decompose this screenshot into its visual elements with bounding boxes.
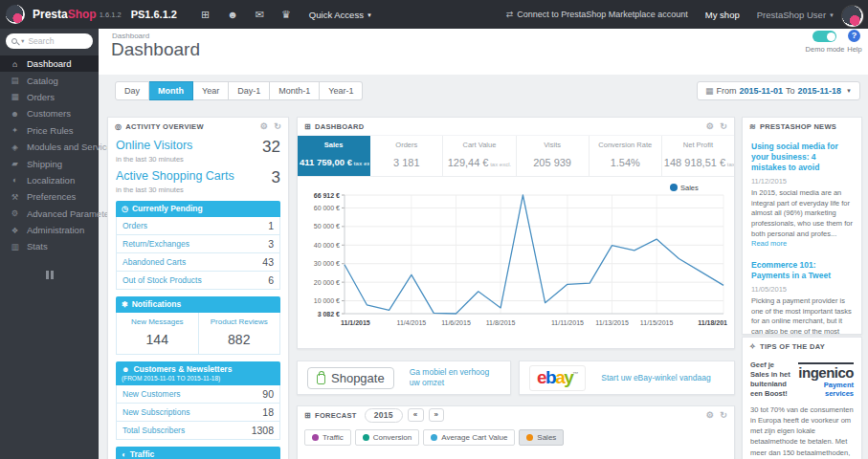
kpi-orders[interactable]: Orders3 181: [370, 136, 443, 176]
kpi-conversion-rate[interactable]: Conversion Rate1.54%: [590, 136, 662, 176]
cart-icon[interactable]: ⊞: [201, 9, 210, 21]
forecast-legend-sales[interactable]: Sales: [519, 429, 564, 446]
forecast-legend-average-cart-value[interactable]: Average Cart Value: [423, 429, 515, 446]
forecast-year[interactable]: 2015: [365, 408, 403, 423]
pending-row-abandoned-carts: Abandoned Carts43: [116, 253, 280, 272]
product-reviews-value: 882: [201, 332, 278, 347]
mail-icon[interactable]: ✉: [256, 9, 264, 21]
sidebar-item-price-rules[interactable]: ✦Price Rules: [0, 122, 99, 139]
link-new-subscriptions[interactable]: New Subscriptions: [122, 407, 189, 417]
activity-panel-header: ◎ ACTIVITY OVERVIEW ⚙↻: [108, 118, 288, 135]
rss-icon: ≋: [749, 122, 756, 131]
sidebar-item-preferences[interactable]: ⚒Preferences: [0, 188, 99, 205]
date-range-picker[interactable]: ▦ From 2015-11-01 To 2015-11-18 ▼: [697, 81, 860, 100]
shopgate-link[interactable]: Ga mobiel en verhoog uw omzet: [410, 367, 501, 387]
svg-text:11/8/2015: 11/8/2015: [486, 319, 516, 326]
sidebar-collapse-icon[interactable]: [45, 271, 55, 279]
kpi-visits[interactable]: Visits205 939: [517, 136, 590, 176]
link-total-subscribers[interactable]: Total Subscribers: [122, 426, 185, 435]
svg-text:60 000 €: 60 000 €: [314, 205, 340, 211]
sidebar-item-advanced-parameters[interactable]: ⚙Advanced Parameters: [0, 206, 99, 222]
page-title: Dashboard: [111, 39, 200, 60]
customers-date-range: (FROM 2015-11-01 TO 2015-11-18): [122, 375, 275, 382]
link-out-of-stock-products[interactable]: Out of Stock Products: [122, 275, 202, 285]
calendar-icon: ▦: [705, 86, 714, 96]
sidebar-item-administration[interactable]: ❖Administration: [0, 222, 99, 238]
sidebar-item-modules-and-services[interactable]: ◈Modules and Services: [0, 139, 99, 155]
brand-presta: Presta: [33, 8, 68, 21]
svg-text:11/15/2015: 11/15/2015: [640, 319, 674, 326]
orders-value: 1: [268, 220, 274, 231]
refresh-icon[interactable]: ↻: [720, 410, 727, 420]
sidebar-item-label: Dashboard: [27, 58, 71, 69]
news-article-title[interactable]: Using social media for your business: 4 …: [751, 142, 853, 173]
kpi-net-profit[interactable]: Net Profit148 918,51 € tax excl.: [662, 136, 734, 176]
online-visitors-metric[interactable]: Online Visitors 32: [116, 139, 280, 155]
customers-newsletters-header: ☻Customers & Newsletters(FROM 2015-11-01…: [116, 361, 280, 385]
kpi-cart-value[interactable]: Cart Value129,44 € tax excl.: [443, 136, 516, 176]
preferences-icon: ⚒: [10, 192, 20, 202]
range-button-day-1[interactable]: Day-1: [229, 81, 270, 100]
sidebar-item-catalog[interactable]: ▤Catalog: [0, 72, 99, 88]
currently-pending-header: ◷Currently Pending: [116, 201, 280, 217]
kpi-sales[interactable]: Sales411 759,00 € tax excl.: [298, 136, 370, 176]
chevron-down-icon: ▼: [829, 12, 835, 18]
user-menu[interactable]: PrestaShop User▼: [757, 10, 835, 20]
news-article-excerpt: Picking a payment provider is one of the…: [751, 296, 853, 335]
help-button[interactable]: ?: [848, 30, 860, 42]
svg-text:Sales: Sales: [680, 184, 699, 192]
online-visitors-value: 32: [262, 139, 280, 155]
link-return-exchanges[interactable]: Return/Exchanges: [122, 239, 189, 249]
news-article-title[interactable]: Ecommerce 101: Payments in a Tweet: [751, 260, 853, 281]
modules-and-services-icon: ◈: [10, 142, 20, 152]
link-new-customers[interactable]: New Customers: [122, 389, 180, 399]
range-button-day[interactable]: Day: [115, 81, 149, 100]
quick-access-menu[interactable]: Quick Access▼: [309, 10, 372, 20]
marketplace-link[interactable]: ⇄Connect to PrestaShop Marketplace accou…: [506, 10, 688, 19]
range-button-month-1[interactable]: Month-1: [270, 81, 320, 100]
refresh-icon[interactable]: ↻: [274, 121, 281, 131]
sidebar-item-localization[interactable]: ◐Localization: [0, 172, 99, 188]
link-new-messages[interactable]: New Messages: [119, 317, 196, 326]
legend-label: Sales: [537, 433, 556, 442]
brand-version: 1.6.1.2: [100, 11, 122, 19]
range-button-year-1[interactable]: Year-1: [320, 81, 363, 100]
forecast-next-button[interactable]: »: [429, 408, 445, 423]
search-scope-caret-icon[interactable]: ▼: [20, 38, 25, 44]
forecast-legend-traffic[interactable]: Traffic: [304, 429, 351, 446]
sidebar-item-customers[interactable]: ☻Customers: [0, 105, 99, 121]
customers-icon[interactable]: ☻: [227, 9, 238, 21]
gear-icon[interactable]: ⚙: [706, 410, 714, 420]
forecast-prev-button[interactable]: «: [408, 408, 424, 423]
kpi-label: Sales: [300, 141, 367, 149]
active-carts-metric[interactable]: Active Shopping Carts 3: [116, 169, 280, 186]
ebay-link[interactable]: Start uw eBay-winkel vandaag: [601, 373, 710, 383]
kpi-note: tax excl.: [352, 161, 370, 166]
news-article: Ecommerce 101: Payments in a Tweet11/05/…: [751, 260, 853, 335]
gear-icon[interactable]: ⚙: [260, 121, 268, 131]
link-abandoned-carts[interactable]: Abandoned Carts: [122, 257, 186, 267]
ebay-logo[interactable]: ebay™: [529, 365, 586, 391]
read-more-link[interactable]: Read more: [751, 239, 787, 248]
range-button-year[interactable]: Year: [193, 81, 229, 100]
sidebar-item-orders[interactable]: ▦Orders: [0, 89, 99, 105]
sidebar-search[interactable]: ▼: [6, 33, 93, 49]
gear-icon[interactable]: ⚙: [706, 121, 714, 131]
search-input[interactable]: [28, 36, 76, 46]
dashboard-panel: ⊞ DASHBOARD ⚙↻ Sales411 759,00 € tax exc…: [297, 117, 735, 349]
link-product-reviews[interactable]: Product Reviews: [201, 317, 278, 326]
demo-mode-toggle[interactable]: [812, 31, 836, 42]
trophy-icon[interactable]: ♛: [281, 9, 291, 21]
shopgate-logo[interactable]: Shopgate: [307, 367, 394, 389]
forecast-legend-conversion[interactable]: Conversion: [355, 429, 419, 446]
link-orders[interactable]: Orders: [122, 221, 147, 230]
my-shop-link[interactable]: My shop: [705, 10, 740, 20]
sidebar-item-shipping[interactable]: ▰Shipping: [0, 155, 99, 171]
legend-dot-icon: [431, 434, 437, 441]
sidebar-item-stats[interactable]: ▥Stats: [0, 238, 99, 254]
dashboard-panel-header: ⊞ DASHBOARD ⚙↻: [298, 118, 734, 135]
user-avatar[interactable]: [842, 6, 863, 27]
range-button-month[interactable]: Month: [149, 81, 193, 100]
refresh-icon[interactable]: ↻: [720, 121, 727, 131]
sidebar-item-dashboard[interactable]: ⌂Dashboard: [0, 55, 99, 72]
